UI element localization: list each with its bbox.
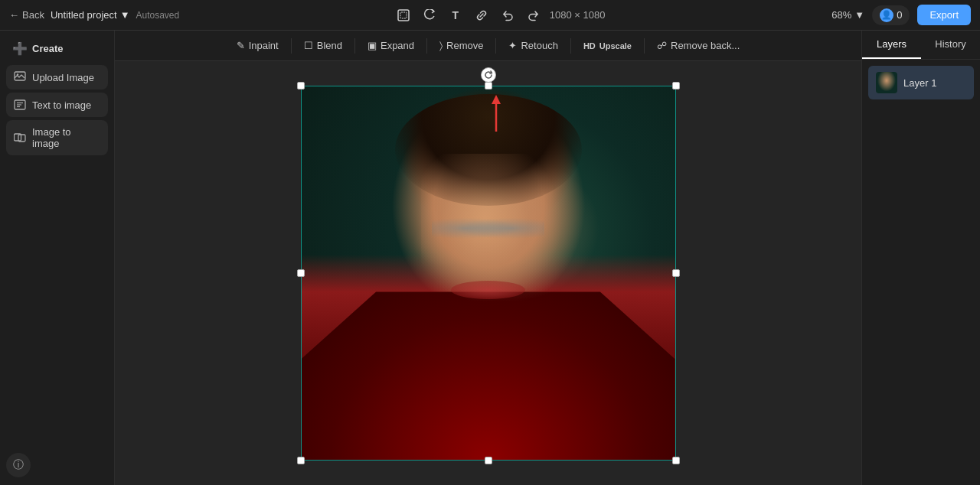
undo-button[interactable] [496, 4, 519, 27]
upload-image-label: Upload Image [32, 72, 94, 83]
create-label: Create [32, 43, 63, 54]
blend-label: Blend [317, 40, 342, 51]
layer-name: Layer 1 [903, 77, 936, 89]
svg-rect-0 [398, 10, 409, 21]
upload-icon [14, 71, 26, 83]
strip-divider-5 [570, 38, 571, 54]
handle-top-center[interactable] [485, 82, 492, 90]
handle-middle-right[interactable] [672, 269, 680, 277]
image-to-image-label: Image to image [32, 126, 100, 149]
expand-button[interactable]: ▣ Expand [360, 36, 422, 55]
hd-icon: HD [583, 41, 596, 50]
user-count: 0 [897, 9, 902, 21]
handle-bottom-center[interactable] [485, 457, 492, 464]
user-badge: 👤 0 [872, 5, 910, 25]
retouch-label: Retouch [521, 40, 557, 51]
canvas-size-label: 1080 × 1080 [550, 9, 606, 21]
back-arrow-icon: ← [9, 9, 19, 21]
retouch-icon: ✦ [508, 40, 517, 51]
handle-top-left[interactable] [297, 82, 305, 90]
remove-label: Remove [446, 40, 483, 51]
select-icon [397, 9, 410, 21]
info-button[interactable]: ⓘ [6, 453, 31, 477]
expand-label: Expand [381, 40, 414, 51]
main-layout: ➕ Create Upload Image [0, 31, 980, 485]
plus-icon: ➕ [12, 41, 28, 56]
topbar-right: 68% ▼ 👤 0 Export [818, 5, 971, 25]
svg-point-3 [17, 73, 18, 75]
user-icon: 👤 [881, 10, 892, 20]
rotate-handle-icon [484, 70, 493, 80]
image-to-image-button[interactable]: Image to image [6, 120, 108, 155]
info-icon: ⓘ [13, 458, 24, 472]
handle-bottom-right[interactable] [672, 457, 680, 464]
text-to-image-button[interactable]: Text to image [6, 93, 108, 117]
image-container[interactable] [301, 86, 676, 461]
redo-button[interactable] [522, 4, 545, 27]
zoom-value: 68% [831, 9, 851, 21]
remove-back-label: Remove back... [671, 40, 740, 51]
blend-icon: ☐ [304, 40, 313, 51]
upscale-label: Upscale [599, 41, 632, 50]
rotate-icon [423, 9, 436, 21]
strip-divider-2 [354, 38, 355, 54]
export-button[interactable]: Export [917, 5, 971, 25]
upscale-button[interactable]: HD Upscale [576, 37, 639, 54]
zoom-control[interactable]: 68% ▼ [831, 9, 864, 21]
remove-button[interactable]: 〉 Remove [432, 36, 491, 56]
retouch-button[interactable]: ✦ Retouch [501, 36, 565, 55]
canvas-viewport[interactable] [115, 61, 861, 485]
strip-divider-1 [291, 38, 292, 54]
eraser-icon: 〉 [439, 40, 443, 52]
strip-divider-3 [426, 38, 427, 54]
user-avatar: 👤 [880, 8, 893, 22]
expand-icon: ▣ [368, 40, 377, 51]
topbar: ← Back Untitled project ▼ Autosaved [0, 0, 980, 31]
handle-bottom-left[interactable] [297, 457, 305, 464]
project-name[interactable]: Untitled project ▼ [51, 9, 130, 21]
rotate-handle[interactable] [481, 67, 496, 83]
layer-thumbnail [876, 72, 897, 93]
autosaved-label: Autosaved [136, 10, 180, 21]
text-tool-icon: T [452, 9, 459, 21]
handle-middle-left[interactable] [297, 269, 305, 277]
link-icon [475, 9, 488, 21]
rotate-tool-button[interactable] [418, 4, 441, 27]
right-sidebar: Layers History Layer 1 [861, 31, 980, 485]
left-sidebar: ➕ Create Upload Image [0, 31, 115, 485]
undo-icon [501, 9, 514, 21]
inpaint-label: Inpaint [249, 40, 279, 51]
remove-bg-icon: ☍ [657, 40, 667, 51]
tab-history[interactable]: History [921, 31, 980, 59]
inpaint-button[interactable]: ✎ Inpaint [229, 36, 286, 55]
upload-image-button[interactable]: Upload Image [6, 65, 108, 90]
back-label: Back [22, 9, 44, 21]
tool-strip: ✎ Inpaint ☐ Blend ▣ Expand 〉 Remove ✦ Re… [115, 31, 861, 61]
text-to-image-icon [14, 99, 26, 111]
text-to-image-label: Text to image [32, 99, 91, 111]
back-button[interactable]: ← Back [9, 9, 44, 21]
portrait-lips [451, 281, 526, 299]
link-tool-button[interactable] [470, 4, 493, 27]
portrait-eyes [432, 213, 544, 243]
canvas-image [301, 86, 676, 461]
project-name-text: Untitled project [51, 9, 117, 21]
topbar-left: ← Back Untitled project ▼ Autosaved [9, 9, 179, 21]
remove-background-button[interactable]: ☍ Remove back... [649, 36, 747, 55]
redo-icon [528, 9, 540, 21]
tab-layers[interactable]: Layers [862, 31, 921, 59]
select-tool-button[interactable] [392, 4, 415, 27]
topbar-tools: T [392, 4, 545, 27]
handle-top-right[interactable] [672, 82, 680, 90]
blend-button[interactable]: ☐ Blend [296, 36, 350, 55]
right-sidebar-header: Layers History [862, 31, 980, 60]
layer-item[interactable]: Layer 1 [868, 66, 974, 99]
text-tool-button[interactable]: T [444, 4, 467, 27]
topbar-center: T 1080 × 1080 [185, 4, 812, 27]
svg-rect-1 [400, 12, 407, 18]
canvas-area: ✎ Inpaint ☐ Blend ▣ Expand 〉 Remove ✦ Re… [115, 31, 861, 485]
strip-divider-4 [495, 38, 496, 54]
strip-divider-6 [644, 38, 645, 54]
image-to-image-icon [14, 132, 26, 144]
create-header: ➕ Create [6, 38, 108, 62]
